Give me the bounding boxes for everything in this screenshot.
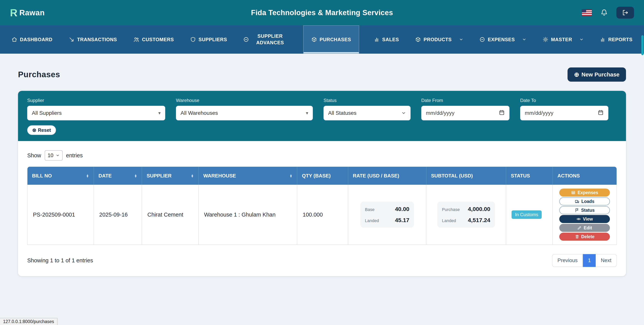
new-purchase-label: New Purchase bbox=[582, 72, 620, 78]
loads-button[interactable]: Loads bbox=[559, 198, 610, 206]
page-head: Purchases ⊕ New Purchase bbox=[18, 68, 626, 82]
gear-icon bbox=[542, 36, 548, 42]
eye-icon bbox=[576, 217, 581, 221]
nav-item-label: CUSTOMERS bbox=[142, 37, 174, 42]
sort-icon[interactable]: ▲▼ bbox=[86, 174, 89, 178]
nav-item-label: TRANSACTIONS bbox=[77, 37, 117, 42]
col-status: STATUS bbox=[506, 167, 552, 185]
page-size-select[interactable]: 10 bbox=[45, 150, 63, 160]
entries-label: entries bbox=[66, 152, 83, 159]
show-label: Show bbox=[27, 152, 41, 159]
nav-item-label: MASTER bbox=[551, 37, 572, 42]
warehouse-select-value: All Warehouses bbox=[180, 110, 218, 116]
nav-item-supplier-advances[interactable]: SUPPLIER ADVANCES bbox=[242, 25, 290, 54]
col-rate: RATE (USD / BASE) bbox=[348, 167, 426, 185]
delete-button[interactable]: Delete bbox=[559, 233, 610, 241]
entries-summary: Showing 1 to 1 of 1 entries bbox=[27, 257, 93, 264]
cell-rate: Base40.00 Landed45.17 bbox=[348, 185, 426, 245]
cell-subtotal: Purchase4,000.00 Landed4,517.24 bbox=[426, 185, 506, 245]
warehouse-filter: Warehouse All Warehouses ▾ bbox=[176, 98, 313, 120]
col-bill-no[interactable]: BILL NO▲▼ bbox=[28, 167, 94, 185]
col-date[interactable]: DATE▲▼ bbox=[94, 167, 142, 185]
page-size-value: 10 bbox=[48, 152, 54, 158]
page-title: Purchases bbox=[18, 70, 60, 79]
date-to-filter: Date To mm/dd/yyyy bbox=[520, 98, 608, 120]
date-from-value: mm/dd/yyyy bbox=[426, 110, 454, 116]
status-filter-label: Status bbox=[324, 98, 410, 103]
date-from-filter: Date From mm/dd/yyyy bbox=[421, 98, 510, 120]
nav-item-label: PURCHASES bbox=[320, 37, 351, 42]
nav-item-reports[interactable]: REPORTS bbox=[598, 25, 634, 54]
show-entries-row: Show 10 entries bbox=[27, 150, 617, 160]
nav-item-label: EXPENSES bbox=[488, 37, 515, 42]
sort-icon[interactable]: ▲▼ bbox=[290, 174, 292, 178]
nav-item-label: SUPPLIERS bbox=[198, 37, 227, 42]
nav-item-label: SUPPLIER ADVANCES bbox=[252, 33, 288, 46]
reset-filters-button[interactable]: ⊗ Reset bbox=[27, 125, 56, 135]
status-filter: Status All Statuses bbox=[324, 98, 410, 120]
company-title: Fida Technologies & Marketing Services bbox=[251, 8, 393, 17]
nav-item-customers[interactable]: CUSTOMERS bbox=[132, 25, 176, 54]
warehouse-select[interactable]: All Warehouses ▾ bbox=[176, 106, 313, 120]
calendar-icon[interactable] bbox=[598, 110, 604, 117]
notifications-bell-icon[interactable] bbox=[600, 9, 608, 16]
current-page-button[interactable]: 1 bbox=[583, 254, 596, 267]
topbar-actions bbox=[582, 7, 634, 18]
cube-icon bbox=[311, 36, 317, 42]
status-select[interactable]: All Statuses bbox=[324, 106, 410, 120]
bar-chart-icon bbox=[600, 36, 606, 42]
cell-status: In Customs bbox=[506, 185, 552, 245]
minus-circle-icon bbox=[243, 36, 249, 42]
trend-arrow-icon bbox=[68, 36, 74, 42]
table-section: Show 10 entries BILL NO▲▼ DATE▲▼ SUPPLIE… bbox=[18, 141, 626, 276]
chevron-down-icon[interactable] bbox=[522, 37, 526, 42]
status-button[interactable]: Status bbox=[559, 206, 610, 214]
nav-item-label: REPORTS bbox=[608, 37, 632, 42]
next-page-button[interactable]: Next bbox=[596, 254, 617, 267]
col-supplier[interactable]: SUPPLIER▲▼ bbox=[142, 167, 198, 185]
new-purchase-button[interactable]: ⊕ New Purchase bbox=[568, 68, 626, 82]
nav-item-suppliers[interactable]: SUPPLIERS bbox=[188, 25, 229, 54]
view-button[interactable]: View bbox=[559, 215, 610, 223]
col-warehouse[interactable]: WAREHOUSE▲▼ bbox=[198, 167, 297, 185]
edit-button[interactable]: Edit bbox=[559, 224, 610, 232]
calendar-icon[interactable] bbox=[499, 110, 505, 117]
nav-item-label: DASHBOARD bbox=[20, 37, 52, 42]
supplier-select[interactable]: All Suppliers ▾ bbox=[27, 106, 165, 120]
cell-warehouse: Warehouse 1 : Ghulam Khan bbox=[198, 185, 297, 245]
nav-item-products[interactable]: PRODUCTS bbox=[414, 25, 465, 54]
brand-logo[interactable]: R Rawan bbox=[10, 7, 45, 18]
previous-page-button[interactable]: Previous bbox=[552, 254, 583, 267]
us-flag-icon[interactable] bbox=[582, 10, 592, 16]
main-nav: DASHBOARD TRANSACTIONS CUSTOMERS SUPPLIE… bbox=[0, 25, 644, 54]
status-badge: In Customs bbox=[512, 210, 542, 219]
sort-icon[interactable]: ▲▼ bbox=[191, 174, 194, 178]
supplier-select-value: All Suppliers bbox=[32, 110, 62, 116]
nav-item-sales[interactable]: SALES bbox=[372, 25, 400, 54]
nav-item-dashboard[interactable]: DASHBOARD bbox=[10, 25, 54, 54]
scrollbar-thumb[interactable] bbox=[641, 35, 644, 55]
nav-item-label: SALES bbox=[382, 37, 399, 42]
nav-item-transactions[interactable]: TRANSACTIONS bbox=[67, 25, 118, 54]
nav-item-purchases[interactable]: PURCHASES bbox=[303, 25, 359, 54]
table-footer: Showing 1 to 1 of 1 entries Previous 1 N… bbox=[27, 254, 617, 267]
date-from-input[interactable]: mm/dd/yyyy bbox=[421, 106, 510, 120]
cell-qty-base: 100.000 bbox=[297, 185, 348, 245]
expenses-button[interactable]: Expenses bbox=[559, 188, 610, 196]
col-qty-base: QTY (BASE) bbox=[297, 167, 348, 185]
reset-label: Reset bbox=[38, 128, 51, 133]
col-subtotal: SUBTOTAL (USD) bbox=[426, 167, 506, 185]
sort-icon[interactable]: ▲▼ bbox=[134, 174, 137, 178]
caret-down-icon: ▾ bbox=[306, 110, 308, 116]
pagination: Previous 1 Next bbox=[552, 254, 617, 267]
supplier-filter: Supplier All Suppliers ▾ bbox=[27, 98, 165, 120]
logout-button[interactable] bbox=[616, 7, 634, 18]
nav-item-expenses[interactable]: EXPENSES bbox=[478, 25, 528, 54]
bar-chart-icon bbox=[374, 36, 380, 42]
chevron-down-icon bbox=[56, 154, 60, 157]
chevron-down-icon[interactable] bbox=[580, 37, 584, 42]
nav-item-master[interactable]: MASTER bbox=[541, 25, 585, 54]
chevron-down-icon[interactable] bbox=[459, 37, 463, 42]
date-to-input[interactable]: mm/dd/yyyy bbox=[520, 106, 608, 120]
filters-panel: Supplier All Suppliers ▾ Warehouse All W… bbox=[18, 91, 626, 141]
